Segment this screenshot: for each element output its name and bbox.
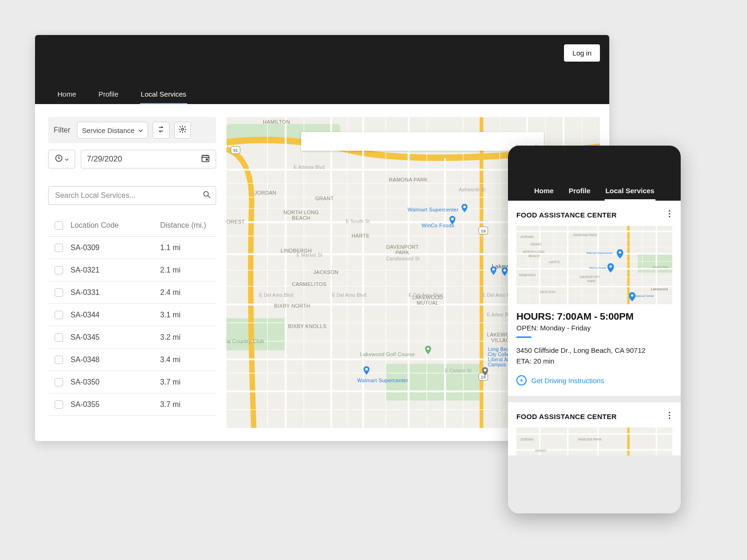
- row-checkbox[interactable]: [55, 333, 63, 342]
- mobile-window: Home Profile Local Services FOOD ASSISTA…: [508, 146, 681, 513]
- map-label: JACKSON: [313, 269, 338, 275]
- map-label: ia Country Club: [226, 338, 264, 344]
- clock-icon: [55, 154, 63, 164]
- map-label: CARMELITOS: [292, 281, 326, 287]
- service-distance-select[interactable]: Service Distance: [77, 122, 148, 139]
- map-label: E Artesia Blvd: [294, 165, 324, 170]
- svg-text:91: 91: [233, 148, 238, 153]
- more-icon[interactable]: [667, 410, 672, 423]
- svg-text:JORDAN: JORDAN: [520, 438, 534, 441]
- row-code: SA-0348: [70, 356, 160, 364]
- get-directions-button[interactable]: Get Driving Instructions: [516, 375, 672, 385]
- mobile-header: Home Profile Local Services: [508, 146, 681, 201]
- svg-point-54: [669, 210, 670, 211]
- row-checkbox[interactable]: [55, 356, 63, 364]
- svg-text:BEACH: BEACH: [529, 254, 540, 258]
- map-pin-icon[interactable]: [423, 345, 433, 355]
- more-icon[interactable]: [667, 208, 672, 221]
- card-map[interactable]: JORDAN GRANT RAMONA PARK: [516, 427, 672, 455]
- chevron-down-icon: [138, 126, 143, 134]
- service-card: FOOD ASSISTANCE CENTER: [508, 402, 681, 455]
- mobile-nav-local-services[interactable]: Local Services: [606, 180, 655, 201]
- col-distance[interactable]: Distance (mi.): [160, 221, 216, 230]
- svg-point-49: [492, 268, 495, 271]
- row-distance: 3.1 mi: [160, 311, 216, 319]
- row-distance: 3.7 mi: [160, 400, 216, 409]
- svg-point-55: [669, 213, 670, 214]
- svg-rect-58: [638, 254, 672, 273]
- mobile-body[interactable]: FOOD ASSISTANCE CENTER: [508, 201, 681, 513]
- date-field[interactable]: 7/29/2020: [81, 150, 216, 168]
- map-label: BIXBY NORTH: [274, 303, 310, 308]
- map-pin-icon[interactable]: [459, 203, 470, 213]
- divider-accent: [516, 336, 531, 338]
- header: Log in Home Profile Local Services: [35, 35, 609, 104]
- row-code: SA-0344: [70, 311, 160, 319]
- row-distance: 2.1 mi: [160, 266, 216, 274]
- nav-home[interactable]: Home: [57, 84, 76, 104]
- table-header: Location Code Distance (mi.): [48, 214, 216, 237]
- search-row: [48, 186, 216, 205]
- map-pin-icon[interactable]: [447, 215, 458, 225]
- mobile-nav-home[interactable]: Home: [534, 180, 554, 201]
- svg-point-94: [631, 294, 634, 297]
- card-map[interactable]: JORDAN GRANT NORTH LONG BEACH HARTE NDBE…: [516, 226, 672, 304]
- table-row[interactable]: SA-03453.2 mi: [48, 326, 216, 349]
- nav-profile[interactable]: Profile: [99, 84, 119, 104]
- map-pin-icon[interactable]: [361, 365, 372, 376]
- search-input[interactable]: [48, 186, 216, 205]
- svg-point-93: [610, 266, 612, 268]
- svg-text:DAVENPORT: DAVENPORT: [580, 275, 600, 279]
- svg-point-51: [427, 348, 430, 350]
- map-pin-icon[interactable]: [488, 266, 499, 276]
- svg-text:Mayfair Park: Mayfair Park: [653, 266, 669, 268]
- date-row: 7/29/2020: [48, 150, 216, 168]
- table-row[interactable]: SA-03443.1 mi: [48, 304, 216, 326]
- map-label: JORDAN: [254, 190, 276, 196]
- svg-text:19: 19: [481, 229, 486, 233]
- table-row[interactable]: SA-03091.1 mi: [48, 237, 216, 259]
- svg-point-0: [182, 128, 184, 131]
- time-picker-button[interactable]: [48, 150, 75, 168]
- filter-panel: Filter Service Distance: [48, 117, 216, 428]
- svg-text:PARK: PARK: [587, 280, 596, 283]
- map-label: Walmart Supercenter: [408, 207, 458, 212]
- table-row[interactable]: SA-03483.4 mi: [48, 349, 216, 371]
- login-button[interactable]: Log in: [564, 44, 600, 62]
- row-checkbox[interactable]: [55, 288, 63, 297]
- svg-rect-2: [202, 155, 209, 161]
- svg-text:GRANT: GRANT: [530, 243, 542, 246]
- map-label: OREST: [226, 219, 245, 224]
- hours-text: HOURS: 7:00AM - 5:00PM: [516, 311, 672, 322]
- row-checkbox[interactable]: [55, 266, 63, 274]
- filter-label: Filter: [54, 126, 70, 134]
- svg-text:WinCo Foods: WinCo Foods: [589, 266, 606, 269]
- row-checkbox[interactable]: [55, 244, 63, 252]
- mobile-nav-profile[interactable]: Profile: [569, 180, 591, 201]
- row-checkbox[interactable]: [55, 311, 63, 319]
- service-card: FOOD ASSISTANCE CENTER: [508, 201, 681, 396]
- svg-point-96: [669, 414, 670, 416]
- row-checkbox[interactable]: [55, 378, 63, 386]
- table-row[interactable]: SA-03503.7 mi: [48, 371, 216, 393]
- swap-icon-button[interactable]: [153, 122, 169, 139]
- row-code: SA-0309: [70, 244, 160, 252]
- service-distance-value: Service Distance: [82, 126, 135, 134]
- mobile-nav: Home Profile Local Services: [508, 180, 681, 201]
- col-location-code[interactable]: Location Code: [70, 221, 160, 230]
- svg-point-52: [365, 368, 368, 371]
- map-label: Walmart Supercenter: [357, 378, 408, 383]
- row-distance: 2.4 mi: [160, 288, 216, 297]
- table-row[interactable]: SA-03312.4 mi: [48, 281, 216, 304]
- settings-icon-button[interactable]: [174, 122, 191, 139]
- select-all-checkbox[interactable]: [55, 221, 63, 230]
- table-row[interactable]: SA-03553.7 mi: [48, 393, 216, 416]
- chevron-down-icon: [65, 155, 69, 163]
- map-pin-icon[interactable]: [480, 366, 490, 377]
- nav-local-services[interactable]: Local Services: [141, 84, 187, 104]
- map-label: E Del Amo Blvd: [259, 293, 294, 298]
- map-search-bar[interactable]: [301, 132, 544, 151]
- table-row[interactable]: SA-03212.1 mi: [48, 259, 216, 281]
- row-distance: 3.2 mi: [160, 333, 216, 342]
- row-checkbox[interactable]: [55, 400, 63, 409]
